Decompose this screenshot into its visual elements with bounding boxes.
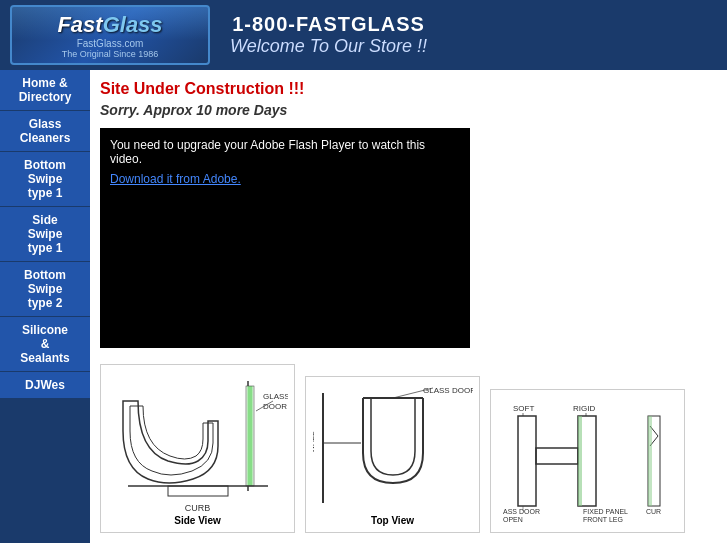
logo-tagline: The Original Since 1986 — [62, 49, 159, 59]
svg-text:ASS DOOR: ASS DOOR — [503, 508, 540, 515]
svg-text:RIGID: RIGID — [573, 404, 595, 413]
svg-rect-1 — [246, 386, 254, 486]
svg-text:CUR: CUR — [646, 508, 661, 515]
side-view-svg: GLASS DOOR — [108, 371, 288, 501]
logo-brand: FastGlass — [57, 12, 162, 38]
main-layout: Home &Directory GlassCleaners BottomSwip… — [0, 70, 727, 543]
cross-section-svg: SOFT RIGID ASS DOOR FIXED PANEL OPEN FRO… — [498, 396, 678, 526]
svg-rect-20 — [578, 416, 582, 506]
sorry-text: Sorry. Approx 10 more Days — [100, 102, 717, 118]
top-view-title: Top View — [371, 515, 414, 526]
header-phone: 1-800-FASTGLASS — [230, 13, 427, 36]
logo-domain: FastGlass.com — [77, 38, 144, 49]
sidebar-item-side-swipe-1[interactable]: SideSwipetype 1 — [0, 207, 90, 262]
diagram-side-view: GLASS DOOR CURB Side View — [100, 364, 295, 533]
svg-text:GLASS DOOR: GLASS DOOR — [423, 386, 473, 395]
diagram-cross-section: SOFT RIGID ASS DOOR FIXED PANEL OPEN FRO… — [490, 389, 685, 533]
svg-text:GLASS: GLASS — [263, 392, 288, 401]
svg-text:FRONT LEG: FRONT LEG — [583, 516, 623, 523]
logo[interactable]: FastGlass FastGlass.com The Original Sin… — [10, 5, 210, 65]
svg-rect-6 — [168, 486, 228, 496]
svg-text:FIXED PANEL: FIXED PANEL — [583, 508, 628, 515]
svg-rect-13 — [518, 416, 536, 506]
side-view-title: Side View — [174, 515, 221, 526]
diagrams-row: GLASS DOOR CURB Side View — [100, 364, 717, 533]
header: FastGlass FastGlass.com The Original Sin… — [0, 0, 727, 70]
sidebar-item-djwes[interactable]: DJWes — [0, 372, 90, 399]
top-view-svg: WALL GLASS DOOR — [313, 383, 473, 513]
sidebar-item-bottom-swipe-2[interactable]: BottomSwipetype 2 — [0, 262, 90, 317]
header-text: 1-800-FASTGLASS Welcome To Our Store !! — [230, 13, 427, 57]
construction-title: Site Under Construction !!! — [100, 80, 717, 98]
svg-text:OPEN: OPEN — [503, 516, 523, 523]
header-welcome: Welcome To Our Store !! — [230, 36, 427, 57]
sidebar-item-glass-cleaners[interactable]: GlassCleaners — [0, 111, 90, 152]
flash-message: You need to upgrade your Adobe Flash Pla… — [110, 138, 460, 166]
svg-text:WALL: WALL — [313, 431, 316, 453]
diagram-top-view: WALL GLASS DOOR Top View — [305, 376, 480, 533]
sidebar-item-silicone[interactable]: Silicone&Sealants — [0, 317, 90, 372]
diagram-side-view-label: CURB — [185, 503, 211, 513]
flash-download-link[interactable]: Download it from Adobe. — [110, 172, 241, 186]
sidebar-item-bottom-swipe-1[interactable]: BottomSwipetype 1 — [0, 152, 90, 207]
svg-rect-15 — [536, 448, 578, 464]
content-area: Site Under Construction !!! Sorry. Appro… — [90, 70, 727, 543]
flash-container: You need to upgrade your Adobe Flash Pla… — [100, 128, 470, 348]
svg-text:SOFT: SOFT — [513, 404, 534, 413]
svg-text:DOOR: DOOR — [263, 402, 287, 411]
sidebar-item-home[interactable]: Home &Directory — [0, 70, 90, 111]
sidebar: Home &Directory GlassCleaners BottomSwip… — [0, 70, 90, 543]
svg-rect-29 — [648, 416, 652, 506]
